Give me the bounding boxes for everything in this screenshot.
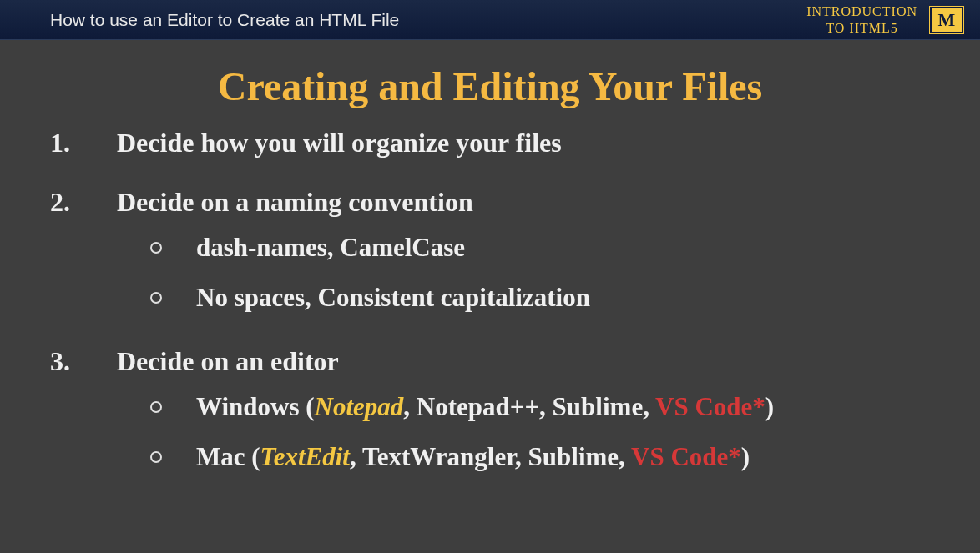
item-content: Decide on an editorWindows (Notepad, Not… [117, 346, 930, 492]
bullet-icon [150, 290, 196, 308]
recommended-editor: VS Code* [655, 392, 765, 421]
sub-item-text: Mac (TextEdit, TextWrangler, Sublime, VS… [196, 442, 930, 472]
numbered-item-1: 1.Decide how you will organize your file… [50, 128, 930, 173]
item-text: Decide on a naming convention [117, 187, 930, 218]
numbered-item-3: 3.Decide on an editorWindows (Notepad, N… [50, 346, 930, 492]
sub-list: Windows (Notepad, Notepad++, Sublime, VS… [117, 392, 930, 472]
michigan-logo-icon: M [930, 7, 963, 33]
highlighted-editor: TextEdit [260, 442, 350, 471]
bullet-icon [150, 400, 196, 417]
course-line-2: TO HTML5 [806, 20, 917, 36]
item-number: 1. [50, 128, 117, 173]
numbered-item-2: 2.Decide on a naming conventiondash-name… [50, 187, 930, 333]
bullet-icon [150, 240, 196, 258]
recommended-editor: VS Code* [631, 442, 741, 471]
text-segment: ) [765, 392, 774, 421]
highlighted-editor: Notepad [315, 392, 404, 421]
header-right: INTRODUCTION TO HTML5 M [806, 3, 963, 35]
course-label: INTRODUCTION TO HTML5 [806, 3, 917, 35]
text-segment: No spaces, Consistent capitalization [196, 283, 590, 312]
sub-item-text: Windows (Notepad, Notepad++, Sublime, VS… [196, 392, 930, 422]
text-segment: dash-names, CamelCase [196, 233, 465, 262]
text-segment: , TextWrangler, Sublime, [350, 442, 631, 471]
item-number: 2. [50, 187, 117, 333]
item-text: Decide how you will organize your files [117, 128, 930, 158]
text-segment: Windows ( [196, 392, 315, 421]
sub-item: Windows (Notepad, Notepad++, Sublime, VS… [117, 392, 930, 422]
slide-title: Creating and Editing Your Files [50, 63, 930, 109]
item-content: Decide how you will organize your files [117, 128, 930, 173]
item-number: 3. [50, 346, 117, 492]
slide-content: Creating and Editing Your Files 1.Decide… [0, 40, 980, 522]
item-text: Decide on an editor [117, 346, 930, 377]
bullet-icon [150, 450, 196, 467]
text-segment: ) [741, 442, 750, 471]
sub-item: No spaces, Consistent capitalization [117, 283, 930, 313]
header-bar: How to use an Editor to Create an HTML F… [0, 0, 980, 40]
item-content: Decide on a naming conventiondash-names,… [117, 187, 930, 333]
course-line-1: INTRODUCTION [806, 3, 917, 19]
text-segment: , Notepad++, Sublime, [403, 392, 655, 421]
sub-item-text: No spaces, Consistent capitalization [196, 283, 930, 313]
header-title: How to use an Editor to Create an HTML F… [50, 10, 399, 30]
sub-item: dash-names, CamelCase [117, 233, 930, 263]
numbered-list: 1.Decide how you will organize your file… [50, 128, 930, 492]
sub-item: Mac (TextEdit, TextWrangler, Sublime, VS… [117, 442, 930, 472]
sub-list: dash-names, CamelCaseNo spaces, Consiste… [117, 233, 930, 313]
text-segment: Mac ( [196, 442, 260, 471]
sub-item-text: dash-names, CamelCase [196, 233, 930, 263]
